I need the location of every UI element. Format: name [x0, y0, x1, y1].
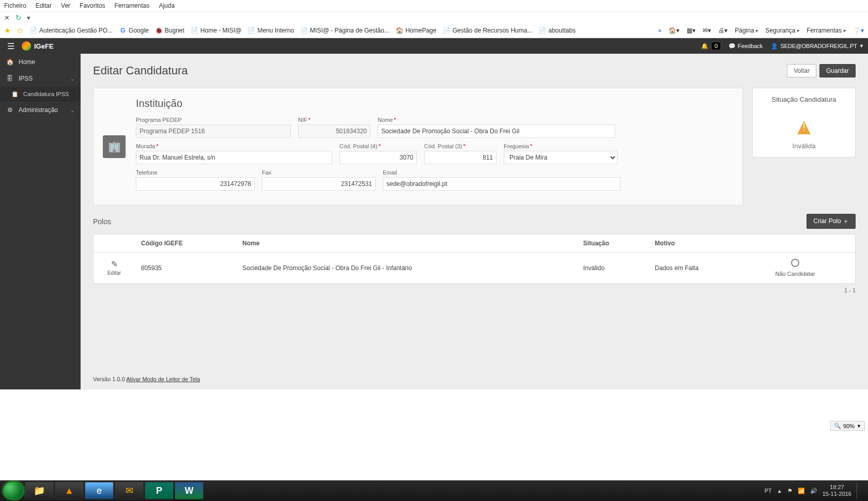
cell-nome: Sociedade De Promoção Social - Obra Do F… [236, 253, 577, 284]
bookmark-item[interactable]: 📄Menu Interno [247, 27, 294, 35]
nao-candidatar-toggle[interactable]: Não Candidatar [754, 253, 836, 284]
create-polo-button[interactable]: Criar Polo ＋ [807, 214, 856, 229]
version-label: Versão 1.0.0 [93, 376, 126, 382]
print-dropdown-icon[interactable]: 🖨▾ [718, 27, 727, 34]
overflow-icon[interactable]: » [658, 27, 662, 34]
back-button[interactable]: Voltar [787, 64, 816, 77]
page-footer: Versão 1.0.0 Ativar Modo de Leitor de Te… [81, 369, 868, 389]
building-icon: 🏢 [103, 135, 126, 158]
sidebar-item-label: Home [19, 58, 35, 66]
zoom-value: 90% [843, 423, 855, 429]
task-vlc[interactable]: ▲ [55, 482, 84, 499]
tray-expand-icon[interactable]: ▲ [777, 488, 782, 494]
sidebar-subitem-candidatura[interactable]: 📋 Candidatura IPSS [0, 87, 81, 102]
bookmark-item[interactable]: 📄abouttabs [538, 27, 576, 35]
bookmark-item[interactable]: 📄Home - MISI@ [191, 27, 242, 35]
bookmark-label: Autenticação Gestão PO... [39, 27, 113, 34]
field-label: NIF* [298, 117, 370, 123]
email-input[interactable] [383, 177, 621, 191]
sidebar-item-ipss[interactable]: 🗄 IPSS ⌄ [0, 70, 81, 87]
task-explorer[interactable]: 📁 [25, 482, 54, 499]
security-menu[interactable]: Segurança [765, 27, 799, 34]
task-project[interactable]: P [145, 482, 174, 499]
ie-menu-bar: Ficheiro Editar Ver Favoritos Ferramenta… [0, 0, 868, 12]
user-menu[interactable]: 👤 SEDE@OBRADOFREIGIL.PT ▼ [771, 43, 864, 50]
nome-input[interactable] [378, 124, 615, 138]
bookmark-item[interactable]: 📄MISI@ - Página de Gestão... [300, 27, 390, 35]
task-outlook[interactable]: ✉ [115, 482, 144, 499]
cp4-input[interactable] [339, 151, 417, 164]
task-ie[interactable]: e [85, 482, 114, 499]
screen-reader-link[interactable]: Ativar Modo de Leitor de Tela [126, 376, 200, 382]
refresh-icon[interactable]: ↻ [16, 13, 22, 22]
home-icon: 🏠 [6, 58, 13, 66]
close-tab-icon[interactable]: ✕ [3, 14, 10, 22]
save-button[interactable]: Guardar [819, 64, 856, 77]
feedback-link[interactable]: 💬 Feedback [729, 43, 763, 50]
freguesia-select[interactable]: Praia De Mira [504, 151, 617, 164]
flag-icon[interactable]: ⚑ [787, 488, 793, 494]
telefone-input[interactable] [136, 177, 255, 191]
start-button[interactable] [3, 482, 24, 499]
bug-icon: 🐞 [155, 27, 163, 35]
home-dropdown-icon[interactable]: 🏠▾ [669, 27, 679, 34]
user-icon: 👤 [771, 43, 778, 50]
cp3-input[interactable] [424, 151, 497, 164]
status-panel: Situação Candidatura ▲! Inválida [752, 88, 856, 158]
ie-menu-item[interactable]: Editar [36, 2, 52, 9]
dropdown-icon[interactable]: ▾ [27, 14, 30, 22]
programa-input[interactable] [136, 124, 291, 138]
edit-row-button[interactable]: ✎ Editar [94, 253, 135, 284]
clock[interactable]: 18:27 15-11-2016 [823, 484, 851, 497]
ie-menu-item[interactable]: Ferramentas [114, 2, 149, 9]
language-indicator[interactable]: PT [765, 488, 772, 494]
radio-label: Não Candidatar [760, 271, 830, 277]
mail-dropdown-icon[interactable]: ✉▾ [703, 27, 711, 34]
ie-menu-item[interactable]: Ajuda [159, 2, 175, 9]
task-word[interactable]: W [175, 482, 204, 499]
radio-icon [791, 259, 799, 267]
speech-icon: 💬 [729, 43, 736, 50]
system-tray[interactable]: PT ▲ ⚑ 📶 🔊 18:27 15-11-2016 [761, 483, 865, 498]
sidebar-item-label: Administração [19, 106, 58, 114]
bookmark-item[interactable]: GGoogle [119, 27, 149, 35]
tools-menu[interactable]: Ferramentas [807, 27, 846, 34]
nif-input[interactable] [298, 124, 370, 138]
page-menu[interactable]: Página [735, 27, 758, 34]
sidebar-item-label: Candidatura IPSS [23, 91, 69, 97]
app-logo[interactable]: IGeFE [22, 41, 54, 51]
col-nome[interactable]: Nome [236, 234, 577, 253]
menu-toggle-icon[interactable]: ☰ [4, 41, 18, 51]
favorites-star-icon[interactable]: ★ [4, 26, 11, 35]
bookmark-label: Gestão de Recursos Huma... [453, 27, 533, 34]
show-desktop[interactable] [857, 483, 861, 498]
ie-menu-item[interactable]: Favoritos [80, 2, 105, 9]
institution-panel: 🏢 Instituição Programa PEDEP NIF* [93, 88, 743, 206]
network-icon[interactable]: 📶 [798, 488, 805, 494]
ie-menu-item[interactable]: Ver [61, 2, 70, 9]
morada-input[interactable] [136, 151, 332, 164]
col-situacao[interactable]: Situação [577, 234, 649, 253]
app-topbar: ☰ IGeFE 🔔 0 💬 Feedback 👤 SEDE@OBRADOFREI… [0, 38, 868, 54]
sidebar-item-home[interactable]: 🏠 Home [0, 54, 81, 70]
ie-menu-item[interactable]: Ficheiro [4, 2, 26, 9]
volume-icon[interactable]: 🔊 [810, 488, 817, 494]
add-favorites-icon[interactable]: ✩ [17, 26, 23, 35]
ie-zoom-indicator[interactable]: 90% ▼ [830, 421, 865, 431]
feeds-dropdown-icon[interactable]: ▦▾ [687, 27, 695, 34]
bookmark-item[interactable]: 📄Autenticação Gestão PO... [29, 27, 113, 35]
col-motivo[interactable]: Motivo [648, 234, 754, 253]
page-icon: 📄 [538, 27, 546, 35]
bookmark-item[interactable]: 📄Gestão de Recursos Huma... [443, 27, 533, 35]
bookmark-item[interactable]: 🐞Bugnet [155, 27, 184, 35]
field-label: Cód. Postal (4)* [339, 143, 417, 149]
field-label: Freguesia* [504, 143, 617, 149]
help-icon[interactable]: ❔▾ [853, 27, 864, 34]
fax-input[interactable] [262, 177, 376, 191]
notifications-button[interactable]: 🔔 0 [701, 42, 720, 50]
page-title: Editar Candidatura [93, 64, 188, 77]
col-codigo[interactable]: Código IGEFE [135, 234, 236, 253]
bookmark-item[interactable]: 🏠HomePage [396, 27, 437, 35]
sidebar-item-admin[interactable]: ⚙ Administração ⌄ [0, 102, 81, 118]
field-label: Morada* [136, 143, 332, 149]
